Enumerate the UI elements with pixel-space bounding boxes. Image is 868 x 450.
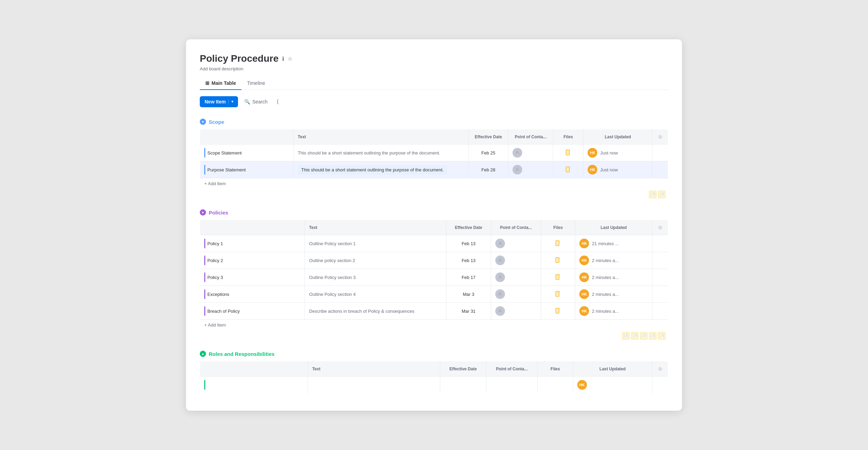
scope-row-0-contact-cell <box>508 144 553 161</box>
policies-add-item-label: + Add Item <box>204 322 226 328</box>
scope-row-1-files-cell <box>553 161 583 178</box>
policies-row-3-contact-cell <box>491 286 541 303</box>
policies-row-1-file-icon[interactable] <box>554 256 562 264</box>
policies-row-0-color-bar <box>204 239 205 248</box>
policies-col-date: Effective Date <box>446 220 491 235</box>
scope-row-1-file-icon[interactable] <box>564 166 572 174</box>
roles-row-placeholder-updated: HK <box>573 377 652 393</box>
policies-mini-file-2: 📄 <box>631 332 639 340</box>
table-row: Policy 2 ⊕ Outline policy section 2 Feb … <box>200 252 668 269</box>
new-item-label: New Item <box>205 99 226 104</box>
scope-row-1-user-avatar: HK <box>588 165 597 174</box>
policies-row-4-text-cell: Describe actions in breach of Policy & c… <box>305 303 446 320</box>
policies-add-item-cell[interactable]: + Add Item <box>200 320 668 331</box>
policies-row-2-add-cell <box>652 269 668 286</box>
search-button[interactable]: 🔍 Search <box>241 96 271 107</box>
scope-row-1-add-cell <box>652 161 668 178</box>
roles-row-placeholder-cell <box>200 377 308 393</box>
policies-row-4-updated-cell: HK 2 minutes a... <box>575 303 652 320</box>
policies-row-3-text: Outline Policy section 4 <box>309 292 355 297</box>
scope-add-item-cell[interactable]: + Add Item <box>200 178 668 189</box>
scope-row-1-contact-cell <box>508 161 553 178</box>
policies-row-2-date-cell: Feb 17 <box>446 269 491 286</box>
policies-row-2-user-avatar: HK <box>579 272 589 282</box>
policies-row-0-avatar[interactable] <box>495 239 505 248</box>
svg-point-9 <box>499 259 501 260</box>
policies-row-1-user-avatar: HK <box>579 256 589 265</box>
scope-row-1-updated-cell: HK Just now <box>583 161 652 178</box>
policies-row-1-avatar[interactable] <box>495 256 505 265</box>
svg-rect-11 <box>559 257 560 258</box>
svg-point-12 <box>499 276 501 277</box>
policies-row-3-avatar[interactable] <box>495 289 505 299</box>
policies-row-0-add-cell <box>652 235 668 252</box>
policies-row-2-text: Outline Policy section 3 <box>309 275 355 280</box>
svg-rect-20 <box>559 308 560 309</box>
section-roles-title: Roles and Responsibilities <box>209 351 275 357</box>
roles-col-contact: Point of Conta... <box>486 361 538 377</box>
policies-row-2-avatar[interactable] <box>495 272 505 282</box>
table-row: Policy 1 ⊕ Outline Policy section 1 Feb … <box>200 235 668 252</box>
scope-row-0-timestamp: Just now <box>600 150 618 156</box>
scope-row-0-avatar[interactable] <box>513 148 522 158</box>
policies-row-4-file-icon[interactable] <box>554 307 562 315</box>
scope-mini-file-2: 📄 <box>658 191 665 198</box>
svg-rect-8 <box>559 240 560 241</box>
policies-add-item-row[interactable]: + Add Item <box>200 320 668 331</box>
scope-row-0-text-cell: This should be a short statement outlini… <box>293 144 468 161</box>
scope-row-1-date-cell: Feb 28 <box>468 161 508 178</box>
scope-add-item-row[interactable]: + Add Item <box>200 178 668 189</box>
policies-row-0-text-cell: Outline Policy section 1 <box>305 235 446 252</box>
toolbar: New Item ▾ 🔍 Search ⟨ <box>200 96 668 108</box>
roles-col-text: Text <box>308 361 440 377</box>
svg-point-0 <box>517 151 518 153</box>
policies-row-0-file-icon[interactable] <box>554 239 562 248</box>
app-container: Policy Procedure ℹ ☆ Add board descripti… <box>186 39 682 411</box>
scope-row-0-updated-cell: HK Just now <box>583 144 652 161</box>
scope-row-0-color-bar <box>204 148 205 158</box>
scope-row-1-text-cell: This should be a short statement outlini… <box>293 161 468 178</box>
tab-main-table[interactable]: ⊞ Main Table <box>200 77 241 90</box>
scope-col-text: Text <box>293 129 468 144</box>
scope-row-1-avatar[interactable] <box>513 165 522 174</box>
table-row: Purpose Statement ⊕ This should be a sho… <box>200 161 668 178</box>
policies-row-4-contact-cell <box>491 303 541 320</box>
policies-mini-file-5: 📄 <box>658 332 665 340</box>
policies-row-2-contact-cell <box>491 269 541 286</box>
policies-row-1-date: Feb 13 <box>462 258 475 263</box>
policies-row-3-name: Exceptions <box>207 292 229 297</box>
policies-row-3-file-icon[interactable] <box>554 290 562 298</box>
info-button[interactable]: ℹ <box>281 55 285 63</box>
policies-col-contact: Point of Conta... <box>491 220 541 235</box>
policies-row-3-name-cell: Exceptions ⊕ <box>200 286 305 303</box>
roles-add-col-button[interactable]: ⊕ <box>657 364 664 373</box>
roles-header-row: Text Effective Date Point of Conta... Fi… <box>200 361 668 377</box>
policies-row-1-name: Policy 2 <box>207 258 223 263</box>
policies-row-4-avatar[interactable] <box>495 306 505 316</box>
section-policies-header: ▼ Policies <box>200 207 668 218</box>
policies-row-2-timestamp: 2 minutes a... <box>592 275 619 280</box>
scope-row-0-file-icon[interactable] <box>564 149 572 157</box>
scope-row-1-color-bar <box>204 165 205 174</box>
section-policies-title: Policies <box>209 210 228 216</box>
policies-row-2-file-icon[interactable] <box>554 273 562 281</box>
filter-button[interactable]: ⟨ <box>274 96 281 108</box>
policies-mini-file-1: 📄 <box>622 332 630 340</box>
board-description[interactable]: Add board description <box>200 66 668 71</box>
scope-row-0-name: Scope Statement <box>207 150 242 156</box>
scope-row-0-name-cell: Scope Statement ⊕ <box>200 144 294 161</box>
policies-add-col-button[interactable]: ⊕ <box>657 223 664 232</box>
policies-row-1-timestamp: 2 minutes a... <box>592 258 619 263</box>
policies-col-name <box>200 220 305 235</box>
tab-timeline-label: Timeline <box>247 80 265 86</box>
policies-row-0-date: Feb 13 <box>462 241 475 246</box>
policies-row-1-contact-cell <box>491 252 541 269</box>
section-roles-icon: ● <box>200 351 206 357</box>
new-item-button[interactable]: New Item ▾ <box>200 96 238 107</box>
scope-add-col-button[interactable]: ⊕ <box>657 132 664 141</box>
policies-row-0-name-cell: Policy 1 ⊕ <box>200 235 305 252</box>
star-button[interactable]: ☆ <box>287 55 293 63</box>
roles-col-add: ⊕ <box>652 361 668 377</box>
policies-row-0-user-avatar: HK <box>579 239 589 248</box>
tab-timeline[interactable]: Timeline <box>241 77 270 90</box>
